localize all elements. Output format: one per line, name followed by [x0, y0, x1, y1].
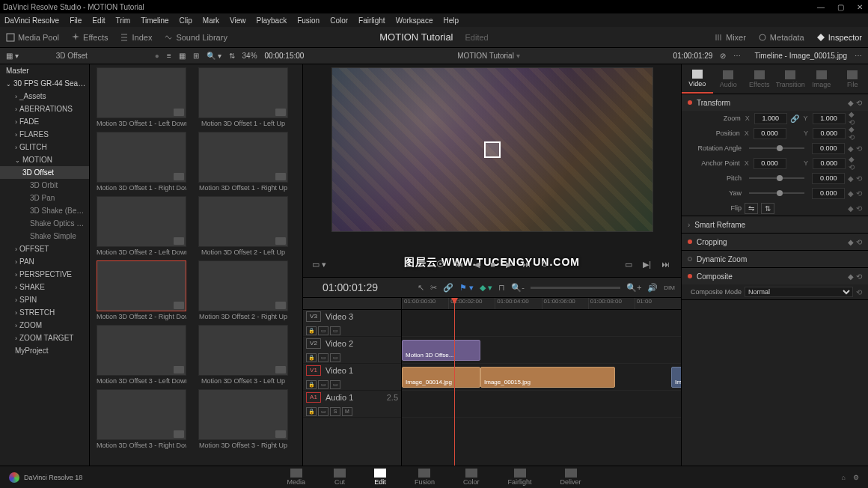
section-dynamic-zoom[interactable]: Dynamic Zoom — [682, 251, 868, 267]
tree-item[interactable]: ZOOM — [0, 319, 89, 332]
media-clip[interactable]: Motion 3D Offset 2 - Right Up — [195, 260, 292, 320]
page-color[interactable]: Color — [463, 469, 480, 486]
first-frame-icon[interactable]: ⏮ — [453, 258, 465, 270]
track-v3[interactable] — [402, 310, 681, 337]
match-frame-icon[interactable]: ▭ — [623, 258, 635, 271]
timeline-clip[interactable]: Image_00028.jpg — [671, 367, 681, 388]
minimize-button[interactable]: — — [816, 3, 826, 11]
tree-root[interactable]: 30 FPS GR-44 Seamless... — [0, 77, 89, 90]
view-thumb-icon[interactable]: ▦ — [179, 52, 186, 60]
zoom-percent[interactable]: 34% — [242, 52, 257, 60]
tree-item[interactable]: ZOOM TARGET — [0, 332, 89, 344]
transform-handle[interactable] — [484, 141, 501, 158]
composite-mode-select[interactable]: Normal — [745, 287, 853, 297]
tree-item[interactable]: PAN — [0, 255, 89, 268]
blade-tool-icon[interactable]: ✂ — [430, 283, 437, 293]
media-clip[interactable]: Motion 3D Offset 2 - Left Down — [93, 196, 190, 256]
inspector-tab-audio[interactable]: Audio — [713, 64, 745, 94]
menu-item[interactable]: Color — [330, 16, 348, 25]
tree-item[interactable]: OFFSET — [0, 243, 89, 255]
home-icon[interactable]: ⌂ — [842, 474, 846, 481]
tree-item[interactable]: SPIN — [0, 293, 89, 306]
sort-icon[interactable]: ⇅ — [229, 52, 235, 60]
tree-item[interactable]: MyProject — [0, 344, 89, 357]
viewer-canvas[interactable] — [331, 67, 653, 232]
options-icon[interactable]: ⋯ — [733, 52, 741, 60]
tree-master[interactable]: Master — [0, 64, 89, 77]
page-fusion[interactable]: Fusion — [415, 469, 435, 486]
section-smart-reframe[interactable]: ›Smart Reframe — [682, 216, 868, 233]
zoom-out-icon[interactable]: 🔍- — [511, 283, 525, 293]
pitch-input[interactable] — [812, 173, 845, 184]
prev-clip-icon[interactable]: ⦿ — [434, 258, 447, 270]
media-clip[interactable]: Motion 3D Offset 3 - Right Down — [93, 389, 190, 449]
snap-icon[interactable]: ⊓ — [498, 283, 505, 293]
track-v2[interactable]: Motion 3D Offse... — [402, 337, 681, 364]
media-pool-button[interactable]: Media Pool — [6, 33, 59, 42]
link-icon[interactable]: 🔗 — [790, 115, 799, 123]
track-header-a1[interactable]: A1Audio 12.5 🔒▭SM — [303, 391, 401, 418]
index-button[interactable]: Index — [120, 33, 152, 42]
menu-item[interactable]: Help — [443, 16, 459, 25]
media-clip[interactable]: Motion 3D Offset 3 - Right Up — [195, 389, 292, 449]
media-clip[interactable]: Motion 3D Offset 2 - Left Up — [195, 196, 292, 256]
tree-item[interactable]: FLARES — [0, 128, 89, 141]
next-edit-icon[interactable]: ▶| — [641, 258, 653, 271]
track-v1[interactable]: Image_00014.jpgImage_00015.jpgImage_0002… — [402, 364, 681, 391]
search-icon[interactable]: 🔍 ▾ — [207, 52, 221, 60]
timeline-clip[interactable]: Image_00015.jpg — [480, 367, 615, 388]
last-frame-icon[interactable]: ⏭ — [659, 258, 672, 271]
anchor-y-input[interactable] — [813, 158, 846, 169]
clip-name[interactable]: MOTION Tutorial — [457, 52, 514, 60]
tree-item[interactable]: Shake Optics (Bet... — [0, 217, 89, 230]
tree-item[interactable]: 3D Offset — [0, 166, 89, 179]
expand-icon[interactable]: ⋯ — [855, 52, 862, 60]
track-header-v3[interactable]: V3Video 3 🔒▭▭ — [303, 310, 401, 337]
view-list-icon[interactable]: ≡ — [167, 52, 171, 60]
marker-icon[interactable]: ◆ ▾ — [480, 283, 492, 293]
maximize-button[interactable]: ▢ — [835, 3, 846, 11]
timeline-clip[interactable]: Image_00014.jpg — [402, 367, 480, 388]
yaw-slider[interactable] — [749, 192, 804, 194]
menu-item[interactable]: Workspace — [396, 16, 433, 25]
menu-item[interactable]: Trim — [116, 16, 131, 25]
tree-item[interactable]: GLITCH — [0, 141, 89, 153]
pitch-slider[interactable] — [749, 177, 804, 179]
fit-dropdown[interactable]: ▭ ▾ — [312, 260, 326, 269]
section-transform[interactable]: Transform◆ ⟲ — [682, 94, 868, 111]
menu-item[interactable]: Playback — [257, 16, 287, 25]
timecode[interactable]: 01:00:01:29 — [673, 52, 713, 60]
section-cropping[interactable]: Cropping◆ ⟲ — [682, 234, 868, 250]
effects-button[interactable]: Effects — [71, 33, 108, 42]
menu-item[interactable]: Fairlight — [358, 16, 385, 25]
tree-item[interactable]: 3D Pan — [0, 192, 89, 204]
tree-item[interactable]: PERSPECTIVE — [0, 268, 89, 281]
tree-item[interactable]: SHAKE — [0, 281, 89, 293]
zoom-slider[interactable] — [531, 287, 620, 289]
bypass-icon[interactable]: ⊘ — [720, 52, 726, 60]
tree-item[interactable]: MOTION — [0, 153, 89, 166]
inspector-tab-transition[interactable]: Transition — [775, 64, 807, 94]
playhead[interactable] — [454, 298, 455, 466]
media-clip[interactable]: Motion 3D Offset 3 - Left Up — [195, 325, 292, 385]
settings-icon[interactable]: ⚙ — [853, 474, 859, 481]
step-fwd-icon[interactable]: ⏭ — [520, 258, 533, 270]
step-back-icon[interactable]: ◀ — [471, 258, 482, 271]
mixer-button[interactable]: Mixer — [714, 33, 746, 42]
stop-icon[interactable]: ■ — [488, 258, 498, 270]
media-clip[interactable]: Motion 3D Offset 1 - Left Up — [195, 67, 292, 127]
track-header-v2[interactable]: V2Video 2 🔒▭▭ — [303, 337, 401, 364]
inspector-tab-file[interactable]: File — [837, 64, 869, 94]
anchor-x-input[interactable] — [754, 158, 786, 169]
menu-item[interactable]: Clip — [180, 16, 192, 25]
zoom-x-input[interactable] — [754, 113, 787, 124]
media-clip[interactable]: Motion 3D Offset 2 - Right Down — [93, 260, 190, 320]
tree-item[interactable]: ABERRATIONS — [0, 103, 89, 115]
play-icon[interactable]: ▶ — [504, 258, 514, 271]
metadata-button[interactable]: Metadata — [758, 33, 804, 42]
page-media[interactable]: Media — [287, 469, 305, 486]
tree-item[interactable]: 3D Orbit — [0, 179, 89, 192]
tree-item[interactable]: _Assets — [0, 90, 89, 103]
page-cut[interactable]: Cut — [334, 469, 346, 486]
menu-item[interactable]: File — [70, 16, 82, 25]
